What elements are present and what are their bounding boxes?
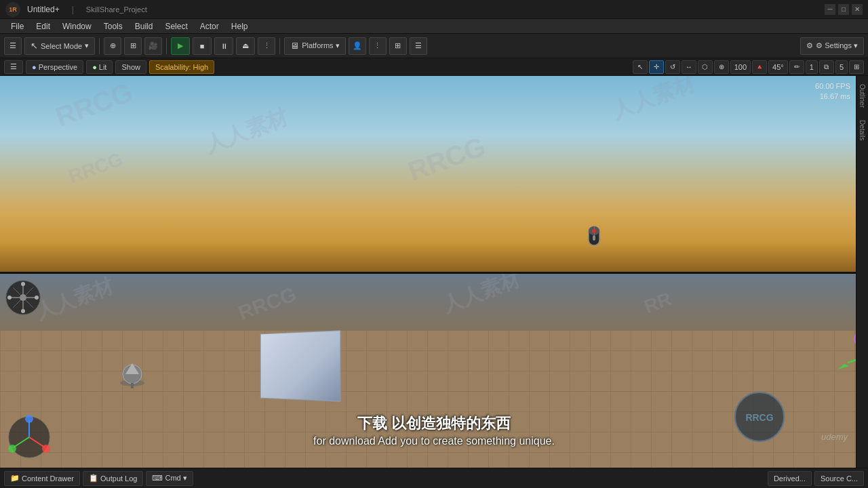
main-viewports: RRCG 人人素材 RRCG 人人素材 RRCG 60.00 FPS 16.67… [0, 76, 868, 468]
select-mode-button[interactable]: ↖ Select Mode ▾ [24, 37, 95, 55]
svg-point-33 [21, 282, 25, 286]
camera-icon: 🎥 [149, 41, 158, 50]
stop-icon: ■ [200, 42, 205, 50]
fps-value: 60.00 FPS [815, 81, 850, 92]
menu-help[interactable]: Help [226, 20, 254, 33]
toolbar-menu-button[interactable]: ☰ [4, 37, 22, 55]
svg-marker-15 [837, 364, 849, 369]
extra-button[interactable]: ☰ [410, 37, 427, 55]
watermark-renren-2: 人人素材 [608, 76, 699, 127]
scalability-label: Scalability: High [155, 63, 208, 71]
more-options-button[interactable]: ⋮ [258, 37, 275, 55]
viewport-divider[interactable] [0, 272, 856, 274]
window-title: SkillShare_Project [86, 5, 147, 14]
svg-line-14 [848, 339, 856, 363]
cmd-icon: ⌨ [152, 474, 163, 483]
transform-tool-icon[interactable]: ⬡ [698, 60, 713, 74]
viewport-area: ☰ ● Perspective ● Lit Show Scalability: … [0, 58, 868, 468]
content-drawer-label: Content Drawer [22, 474, 74, 483]
source-button[interactable]: Source C... [814, 471, 864, 486]
scalability-button[interactable]: Scalability: High [149, 60, 214, 74]
translate-icon: ⊕ [110, 41, 116, 50]
user-icon: 👤 [353, 41, 362, 50]
viewport-menu-button[interactable]: ☰ [4, 60, 23, 74]
menu-file[interactable]: File [5, 20, 29, 33]
watermark-renren-1: 人人素材 [201, 102, 292, 160]
content-drawer-icon: 📁 [10, 474, 20, 483]
lit-button[interactable]: ● Lit [86, 60, 113, 74]
platform-icon: 🖥 [290, 41, 299, 51]
content-drawer-button[interactable]: 📁 Content Drawer [4, 471, 80, 486]
watermark-b1: 人人素材 [32, 272, 118, 327]
fps-counter: 60.00 FPS 16.67 ms [815, 81, 850, 102]
snap5-label[interactable]: 5 [835, 60, 848, 74]
camera-button[interactable]: 🎥 [144, 37, 162, 55]
details-tab[interactable]: Details [857, 115, 867, 146]
minimize-button[interactable]: ─ [825, 4, 835, 15]
rotate-tool-icon[interactable]: ↺ [665, 60, 680, 74]
viewport-bottom[interactable]: 人人素材 RRCG 人人素材 RR [0, 272, 856, 468]
watermark-rrcg-2: RRCG [404, 131, 490, 187]
stop-button[interactable]: ■ [193, 37, 212, 55]
select-mode-arrow-icon: ▾ [85, 41, 89, 50]
close-button[interactable]: ✕ [852, 4, 863, 15]
settings-label: ⚙ Settings ▾ [816, 41, 858, 50]
menu-actor[interactable]: Actor [195, 20, 224, 33]
source-label: Source C... [821, 474, 858, 483]
perspective-button[interactable]: ● Perspective [26, 60, 83, 74]
select-tool-icon[interactable]: ↖ [633, 60, 648, 74]
pause-button[interactable]: ⏸ [214, 37, 233, 55]
svg-point-3 [592, 229, 596, 233]
cmd-button[interactable]: ⌨ Cmd ▾ [146, 471, 193, 486]
lit-label: Lit [99, 63, 107, 71]
viewport-menu-icon: ☰ [10, 62, 17, 71]
translate-tool-icon[interactable]: ✛ [649, 60, 664, 74]
menu-tools[interactable]: Tools [98, 20, 128, 33]
menu-build[interactable]: Build [130, 20, 159, 33]
user-settings-button[interactable]: 👤 [349, 37, 366, 55]
viewport-top[interactable]: RRCG 人人素材 RRCG 人人素材 RRCG 60.00 FPS 16.67… [0, 76, 856, 272]
show-label: Show [121, 63, 140, 71]
separator-1 [99, 38, 100, 54]
watermark-b4: RR [642, 288, 675, 318]
svg-point-34 [21, 309, 25, 313]
translate-button[interactable]: ⊕ [104, 37, 121, 55]
gizmo-container [420, 278, 610, 413]
view100-label[interactable]: 100 [730, 60, 751, 74]
settings-button[interactable]: ⚙ ⚙ Settings ▾ [800, 37, 864, 55]
derived-button[interactable]: Derived... [768, 471, 812, 486]
layout-button[interactable]: ⊞ [389, 37, 407, 55]
separator-2 [166, 38, 167, 54]
platforms-button[interactable]: 🖥 Platforms ▾ [284, 37, 346, 55]
hamburger-icon: ☰ [9, 41, 16, 50]
mode-tool-icon[interactable]: ⊕ [714, 60, 729, 74]
nav-gizmo [3, 277, 43, 318]
menu-bar: File Edit Window Tools Build Select Acto… [0, 19, 868, 34]
output-log-button[interactable]: 📋 Output Log [83, 471, 143, 486]
snap1-label[interactable]: 1 [806, 60, 818, 74]
viewport-right-tools: ↖ ✛ ↺ ↔ ⬡ ⊕ 100 🔺 45° ✏ 1 ⧉ 5 ⊞ [633, 60, 864, 74]
menu-select[interactable]: Select [159, 20, 193, 33]
play-button[interactable]: ▶ [171, 37, 190, 55]
show-button[interactable]: Show [115, 60, 146, 74]
svg-point-19 [42, 445, 50, 453]
menu-edit[interactable]: Edit [31, 20, 56, 33]
output-log-icon: 📋 [89, 474, 98, 483]
outliner-tab[interactable]: Outliner [857, 79, 867, 113]
eject-button[interactable]: ⏏ [236, 37, 255, 55]
svg-text:RRCG: RRCG [745, 412, 773, 423]
grid-icon[interactable]: ⊞ [849, 60, 864, 74]
scale-tool-icon[interactable]: ↔ [682, 60, 696, 74]
cube-object [260, 330, 340, 401]
light-icon [115, 359, 149, 393]
svg-point-31 [7, 296, 12, 300]
toolbar-more-button[interactable]: ⋮ [369, 37, 387, 55]
udemy-label: udemy [821, 432, 848, 442]
angle45-label[interactable]: 45° [768, 60, 788, 74]
brush-button[interactable]: ⊞ [124, 37, 142, 55]
menu-window[interactable]: Window [57, 20, 97, 33]
restore-button[interactable]: □ [838, 4, 849, 15]
play-icon: ▶ [178, 41, 183, 50]
svg-rect-4 [593, 235, 595, 241]
status-right: Derived... Source C... [768, 471, 864, 486]
